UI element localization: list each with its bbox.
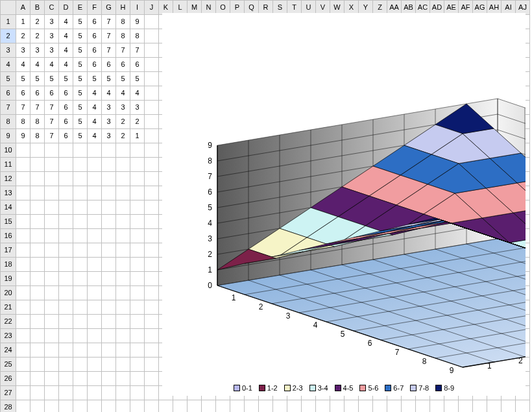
cell-H20[interactable] [116,286,130,300]
cell-G7[interactable]: 3 [102,101,116,115]
row-header-11[interactable]: 11 [1,158,16,172]
cell-D10[interactable] [59,143,73,158]
cell-I7[interactable]: 3 [130,101,145,115]
cell-J22[interactable] [145,315,159,329]
cell-H17[interactable] [116,243,130,258]
cell-H16[interactable] [116,229,130,243]
surface-chart[interactable]: 0123456789123456789123456789 0-11-22-33-… [162,13,526,396]
cell-C13[interactable] [45,186,59,200]
row-header-21[interactable]: 21 [1,300,16,315]
row-header-20[interactable]: 20 [1,286,16,300]
cell-AA28[interactable] [387,400,402,413]
cell-G11[interactable] [102,158,116,172]
cell-A27[interactable] [16,386,30,400]
cell-K28[interactable] [159,400,173,413]
cell-E9[interactable]: 5 [73,129,88,143]
cell-B1[interactable]: 2 [30,15,45,29]
cell-J18[interactable] [145,258,159,272]
cell-C28[interactable] [45,400,59,413]
cell-C1[interactable]: 3 [45,15,59,29]
cell-J4[interactable] [145,58,159,72]
cell-I28[interactable] [130,400,145,413]
cell-I23[interactable] [130,329,145,343]
cell-X28[interactable] [345,400,359,413]
cell-S28[interactable] [273,400,287,413]
cell-C11[interactable] [45,158,59,172]
cell-A4[interactable]: 4 [16,58,30,72]
cell-F15[interactable] [88,215,102,229]
row-header-19[interactable]: 19 [1,272,16,286]
cell-G2[interactable]: 7 [102,29,116,43]
cell-E17[interactable] [73,243,88,258]
cell-A28[interactable] [16,400,30,413]
cell-H11[interactable] [116,158,130,172]
cell-V28[interactable] [316,400,330,413]
cell-C16[interactable] [45,229,59,243]
cell-B3[interactable]: 3 [30,43,45,58]
cell-G9[interactable]: 3 [102,129,116,143]
cell-F9[interactable]: 4 [88,129,102,143]
cell-J8[interactable] [145,115,159,129]
cell-A13[interactable] [16,186,30,200]
cell-A18[interactable] [16,258,30,272]
cell-E20[interactable] [73,286,88,300]
cell-B5[interactable]: 5 [30,72,45,86]
cell-T28[interactable] [287,400,302,413]
cell-L28[interactable] [173,400,187,413]
cell-I19[interactable] [130,272,145,286]
cell-B13[interactable] [30,186,45,200]
cell-A11[interactable] [16,158,30,172]
cell-J21[interactable] [145,300,159,315]
cell-A21[interactable] [16,300,30,315]
cell-J27[interactable] [145,386,159,400]
cell-E7[interactable]: 5 [73,101,88,115]
col-header-G[interactable]: G [102,1,116,15]
row-header-27[interactable]: 27 [1,386,16,400]
cell-C8[interactable]: 7 [45,115,59,129]
row-header-8[interactable]: 8 [1,115,16,129]
cell-C7[interactable]: 7 [45,101,59,115]
cell-R28[interactable] [259,400,273,413]
cell-D4[interactable]: 4 [59,58,73,72]
cell-H28[interactable] [116,400,130,413]
cell-AD28[interactable] [430,400,444,413]
cell-A14[interactable] [16,200,30,215]
row-header-15[interactable]: 15 [1,215,16,229]
row-header-17[interactable]: 17 [1,243,16,258]
cell-C25[interactable] [45,357,59,372]
cell-G5[interactable]: 5 [102,72,116,86]
cell-D7[interactable]: 6 [59,101,73,115]
cell-F5[interactable]: 5 [88,72,102,86]
cell-I11[interactable] [130,158,145,172]
cell-Q28[interactable] [245,400,259,413]
cell-E26[interactable] [73,372,88,386]
cell-A6[interactable]: 6 [16,86,30,101]
cell-E25[interactable] [73,357,88,372]
cell-F13[interactable] [88,186,102,200]
cell-D2[interactable]: 4 [59,29,73,43]
cell-J24[interactable] [145,343,159,357]
cell-E28[interactable] [73,400,88,413]
cell-H18[interactable] [116,258,130,272]
cell-B16[interactable] [30,229,45,243]
cell-G19[interactable] [102,272,116,286]
cell-A26[interactable] [16,372,30,386]
col-header-F[interactable]: F [88,1,102,15]
cell-F4[interactable]: 6 [88,58,102,72]
cell-J25[interactable] [145,357,159,372]
cell-A20[interactable] [16,286,30,300]
cell-AB28[interactable] [402,400,416,413]
cell-G14[interactable] [102,200,116,215]
cell-F14[interactable] [88,200,102,215]
row-header-2[interactable]: 2 [1,29,16,43]
cell-G15[interactable] [102,215,116,229]
col-header-C[interactable]: C [45,1,59,15]
cell-A16[interactable] [16,229,30,243]
cell-G25[interactable] [102,357,116,372]
cell-B4[interactable]: 4 [30,58,45,72]
cell-H21[interactable] [116,300,130,315]
cell-D11[interactable] [59,158,73,172]
cell-I6[interactable]: 4 [130,86,145,101]
cell-AC28[interactable] [416,400,430,413]
col-header-E[interactable]: E [73,1,88,15]
